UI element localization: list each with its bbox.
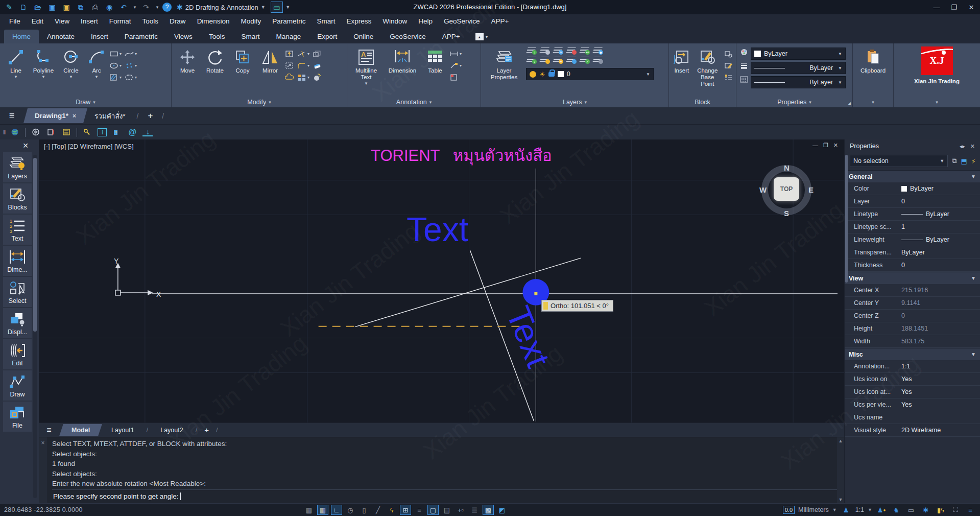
tab-views[interactable]: Views — [166, 30, 201, 43]
smart-wheel-icon[interactable] — [31, 127, 41, 137]
panel-label-layers[interactable]: Layers▾ — [481, 97, 668, 107]
layer-thaw-sun-icon[interactable]: ☀ — [539, 71, 545, 78]
prop-row-lineweight[interactable]: LineweightByLayer — [845, 233, 980, 246]
prop-row-thickness[interactable]: Thickness0 — [845, 259, 980, 272]
compass-west[interactable]: W — [759, 185, 767, 194]
chevron-down-icon[interactable]: ▼ — [364, 81, 368, 86]
stretch-tool[interactable] — [285, 49, 294, 59]
save-as-icon[interactable]: ▣ — [60, 2, 73, 13]
rectangle-tool[interactable]: ▾ — [109, 49, 122, 59]
chevron-down-icon[interactable]: ▼ — [868, 507, 872, 512]
prop-row-center-z[interactable]: Center Z0 — [845, 310, 980, 322]
vendor-logo[interactable]: X.J — [921, 46, 953, 75]
leader-tool[interactable]: ▾ — [449, 60, 462, 71]
smart-voice-icon[interactable] — [46, 127, 56, 137]
ribbon-collapse-control[interactable]: ▴▾ — [475, 33, 488, 43]
dimension-button[interactable]: Dimension — [384, 46, 421, 74]
object-snap-icon[interactable]: ╱ — [372, 505, 384, 515]
new-layout-button[interactable]: + — [200, 426, 213, 434]
panel-label-clipboard[interactable]: ▾ — [853, 97, 893, 107]
prop-row-ucs-icon-on[interactable]: Ucs icon onYes — [845, 373, 980, 386]
line-button[interactable]: Line▼ — [3, 46, 29, 79]
workspace-switcher[interactable]: ✱ 2D Drafting & Annotation ▼ — [174, 3, 269, 11]
maximize-button[interactable]: ❐ — [945, 0, 963, 14]
panel-label-annotation[interactable]: Annotation▾ — [347, 97, 481, 107]
new-tab-button[interactable]: + — [142, 111, 158, 121]
copy-button[interactable]: Copy — [230, 46, 255, 74]
fullscreen-icon[interactable]: ⛶ — [950, 505, 961, 515]
undo-dropdown-icon[interactable]: ▾ — [132, 2, 138, 13]
section-view[interactable]: View▼ — [845, 272, 980, 284]
layer-unlock-icon[interactable] — [548, 72, 555, 77]
toolbar-drag-handle[interactable]: ‖ — [3, 128, 5, 136]
dynamic-ucs-icon[interactable]: ▯ — [358, 505, 370, 515]
tab-geoservice[interactable]: GeoService — [381, 30, 434, 43]
snap-tracking-icon[interactable]: ϟ — [386, 505, 397, 515]
compass-east[interactable]: E — [808, 185, 814, 194]
layer-move-down-icon[interactable]: ↓ — [526, 56, 536, 64]
redo-dropdown-icon[interactable]: ▾ — [154, 2, 160, 13]
annotation-monitor-icon[interactable]: ▩ — [483, 505, 494, 515]
scroll-up-icon[interactable]: ▲ — [839, 438, 843, 443]
auto-scale-icon[interactable]: ♞ — [891, 505, 902, 515]
insert-block-button[interactable]: Insert — [672, 46, 691, 74]
menu-express[interactable]: Express — [341, 15, 376, 27]
transparency-toggle-icon[interactable]: ▢ — [427, 505, 439, 515]
layer-thaw-icon[interactable]: ✳ — [553, 56, 563, 64]
chevron-down-icon[interactable]: ▼ — [94, 75, 99, 79]
drawing-minimize-icon[interactable]: — — [812, 142, 818, 149]
doc-tab-drawing1[interactable]: Drawing1*× — [23, 108, 87, 123]
prop-row-width[interactable]: Width583.175 — [845, 335, 980, 348]
prop-row-ucs-icon-at[interactable]: Ucs icon at...Yes — [845, 386, 980, 398]
help-book-icon[interactable]: ? — [112, 127, 122, 137]
lineweight-list-icon[interactable]: ☰ — [469, 505, 480, 515]
prop-row-center-y[interactable]: Center Y9.1141 — [845, 297, 980, 310]
sidebar-item-draw[interactable]: Draw — [3, 370, 32, 401]
section-misc[interactable]: Misc▼ — [845, 348, 980, 360]
tab-annotate[interactable]: Annotate — [39, 30, 83, 43]
info-icon[interactable]: i — [98, 128, 107, 136]
rotate-button[interactable]: Rotate — [202, 46, 228, 74]
menu-edit[interactable]: Edit — [27, 15, 49, 27]
chevron-down-icon[interactable]: ▼ — [646, 72, 650, 77]
chevron-down-icon[interactable]: ▼ — [41, 75, 45, 79]
revision-cloud-tool[interactable]: ▾ — [125, 72, 137, 82]
lineweight-dropdown[interactable]: ByLayer▼ — [751, 62, 846, 74]
contact-at-icon[interactable]: @ — [127, 127, 137, 137]
drawing-close-icon[interactable]: ✕ — [833, 142, 838, 149]
command-history[interactable]: Select TEXT, MTEXT, ATTDEF, or BLOCK wit… — [47, 437, 837, 503]
undo-icon[interactable]: ↶ — [117, 2, 130, 13]
isolate-objects-icon[interactable]: ◩ — [496, 505, 508, 515]
layer-properties-button[interactable]: Layer Properties — [484, 46, 524, 81]
sidebar-scrollbar[interactable] — [33, 155, 37, 498]
viewport-controls-label[interactable]: [-] [Top] [2D Wireframe] [WCS] — [44, 143, 134, 150]
selection-dropdown[interactable]: No selection▼ — [850, 155, 948, 167]
layer-off-icon[interactable] — [539, 46, 549, 55]
tab-parametric[interactable]: Parametric — [116, 30, 166, 43]
layer-match-icon[interactable]: ◆ — [592, 46, 603, 55]
menu-draw[interactable]: Draw — [164, 15, 191, 27]
tab-app-plus[interactable]: APP+ — [434, 30, 468, 43]
menu-app-plus[interactable]: APP+ — [486, 15, 514, 27]
object-color-dropdown[interactable]: ByLayer▼ — [751, 48, 846, 60]
polyline-button[interactable]: Polyline▼ — [31, 46, 56, 79]
trim-tool[interactable]: ▾ — [297, 49, 309, 59]
layout-menu-icon[interactable]: ≡ — [39, 426, 59, 435]
qat-more-icon[interactable]: ▼ — [285, 2, 291, 13]
preview-icon[interactable]: ◉ — [103, 2, 115, 13]
new-file-icon[interactable]: 🗋 — [17, 2, 30, 13]
annotation-visibility-icon[interactable]: ♟● — [876, 505, 887, 515]
block-attribute-tool[interactable] — [724, 72, 733, 82]
block-edit-tool[interactable] — [724, 60, 733, 71]
multiline-text-button[interactable]: A Multiline Text▼ — [350, 46, 382, 86]
status-menu-icon[interactable]: ≡ — [965, 505, 976, 515]
tab-manage[interactable]: Manage — [268, 30, 309, 43]
layer-unlock-icon[interactable] — [566, 56, 576, 64]
settings-gear-icon[interactable]: ✱ — [920, 505, 931, 515]
minimize-button[interactable]: — — [928, 0, 945, 14]
clipboard-button[interactable]: Clipboard — [856, 46, 890, 74]
menu-tools[interactable]: Tools — [137, 15, 164, 27]
move-button[interactable]: Move — [175, 46, 200, 74]
menu-modify[interactable]: Modify — [235, 15, 266, 27]
panel-dialog-launcher-icon[interactable]: ◢ — [848, 101, 851, 106]
